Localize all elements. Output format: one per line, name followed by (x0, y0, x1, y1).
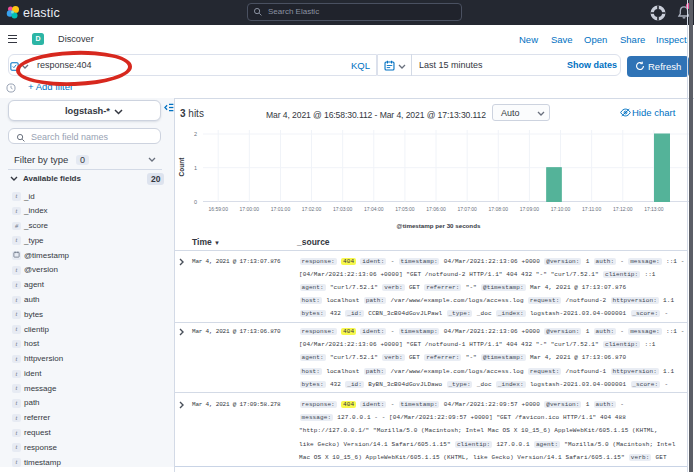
svg-text:17:11:00: 17:11:00 (582, 206, 601, 212)
svg-text:0: 0 (194, 199, 197, 205)
svg-text:17:04:00: 17:04:00 (364, 206, 384, 212)
svg-text:@timestamp per 30 seconds: @timestamp per 30 seconds (397, 222, 481, 229)
svg-text:17:06:00: 17:06:00 (426, 206, 446, 212)
svg-text:17:07:00: 17:07:00 (457, 206, 477, 212)
svg-text:2: 2 (194, 131, 197, 137)
svg-text:17:00:00: 17:00:00 (240, 206, 260, 212)
svg-text:17:02:00: 17:02:00 (302, 206, 322, 212)
svg-text:17:08:00: 17:08:00 (489, 206, 509, 212)
svg-text:1: 1 (194, 165, 197, 171)
svg-text:17:12:00: 17:12:00 (613, 206, 633, 212)
svg-text:Count: Count (178, 157, 185, 177)
svg-text:17:03:00: 17:03:00 (333, 206, 353, 212)
svg-text:17:09:00: 17:09:00 (520, 206, 540, 212)
svg-text:17:10:00: 17:10:00 (551, 206, 571, 212)
svg-text:16:59:00: 16:59:00 (208, 206, 228, 212)
svg-text:17:05:00: 17:05:00 (395, 206, 415, 212)
svg-text:17:13:00: 17:13:00 (644, 206, 664, 212)
svg-text:17:01:00: 17:01:00 (271, 206, 291, 212)
